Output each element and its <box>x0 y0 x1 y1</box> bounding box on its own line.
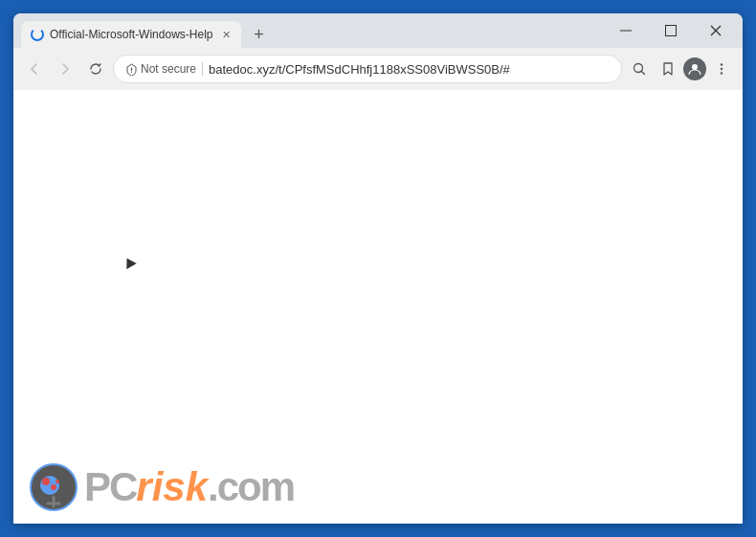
security-indicator: Not secure <box>125 62 196 76</box>
pc-text: PC <box>84 464 136 509</box>
svg-rect-1 <box>665 26 676 36</box>
toolbar-right <box>626 56 735 82</box>
address-divider <box>202 62 203 76</box>
tab-title: Official-Microsoft-Windows-Help <box>50 28 212 41</box>
not-secure-label: Not secure <box>141 62 196 76</box>
svg-point-11 <box>721 72 723 74</box>
title-bar: Official-Microsoft-Windows-Help ✕ + <box>13 13 743 48</box>
back-button[interactable] <box>21 56 48 82</box>
profile-button[interactable] <box>683 57 706 80</box>
minimize-button[interactable] <box>604 13 647 48</box>
svg-rect-0 <box>620 31 632 32</box>
active-tab[interactable]: Official-Microsoft-Windows-Help ✕ <box>21 21 241 48</box>
pcrisk-logo <box>29 462 78 512</box>
search-button[interactable] <box>626 56 653 82</box>
svg-point-14 <box>42 478 50 485</box>
dotcom-text: .com <box>208 464 294 509</box>
svg-point-13 <box>40 476 59 495</box>
browser-window: Official-Microsoft-Windows-Help ✕ + <box>13 13 743 524</box>
svg-point-10 <box>721 68 723 70</box>
url-text: batedoc.xyz/t/CPfsfMSdCHhfj1188xSS08ViBW… <box>209 62 610 77</box>
svg-point-16 <box>56 480 59 483</box>
forward-button[interactable] <box>52 56 78 82</box>
close-button[interactable] <box>694 13 737 48</box>
tab-close-button[interactable]: ✕ <box>218 27 233 42</box>
watermark: PCrisk.com <box>29 462 294 512</box>
window-controls <box>598 13 743 48</box>
reload-button[interactable] <box>82 56 109 82</box>
svg-point-5 <box>131 71 132 72</box>
svg-point-15 <box>51 484 56 490</box>
tab-favicon <box>31 28 44 41</box>
risk-text: risk <box>136 464 208 509</box>
maximize-button[interactable] <box>649 13 692 48</box>
mouse-cursor <box>122 256 136 270</box>
address-bar[interactable]: Not secure batedoc.xyz/t/CPfsfMSdCHhfj11… <box>113 55 622 83</box>
page-content: PCrisk.com <box>13 90 743 524</box>
menu-button[interactable] <box>708 56 735 82</box>
bookmark-button[interactable] <box>655 56 681 82</box>
toolbar: Not secure batedoc.xyz/t/CPfsfMSdCHhfj11… <box>13 48 743 90</box>
svg-point-9 <box>721 63 723 65</box>
new-tab-button[interactable]: + <box>245 21 272 48</box>
svg-line-7 <box>641 71 644 74</box>
watermark-brand: PCrisk.com <box>84 464 294 510</box>
svg-point-8 <box>692 64 698 70</box>
